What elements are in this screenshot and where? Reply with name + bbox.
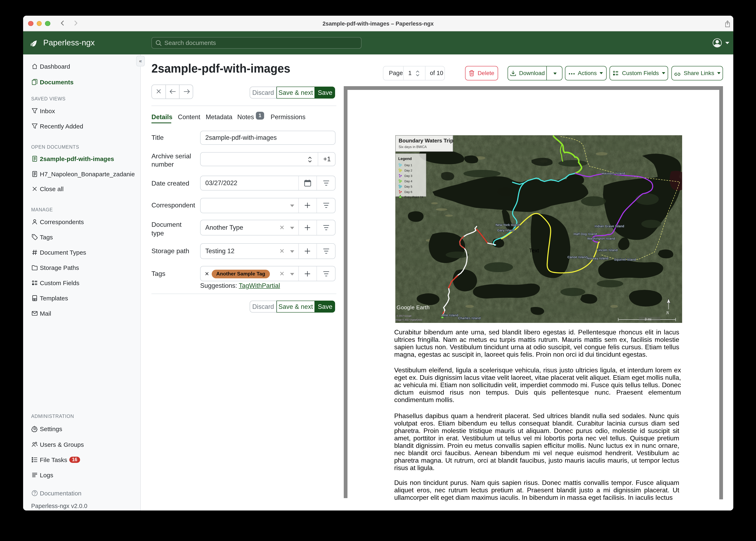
svg-text:Half Dog Island: Half Dog Island <box>573 232 597 236</box>
svg-text:Day 1: Day 1 <box>404 163 412 167</box>
svg-text:Day 2: Day 2 <box>404 169 412 172</box>
svg-text:© 2017 Google: © 2017 Google <box>396 314 411 317</box>
svg-text:Squirrel Island: Squirrel Island <box>614 258 636 261</box>
svg-text:Norway Island: Norway Island <box>587 256 608 260</box>
svg-text:Canoe Island: Canoe Island <box>567 255 587 259</box>
svg-text:Charlies Island: Charlies Island <box>458 316 480 319</box>
svg-text:Google Earth: Google Earth <box>396 304 429 310</box>
svg-text:Day 6: Day 6 <box>404 190 412 194</box>
svg-text:Day 4: Day 4 <box>404 179 412 183</box>
svg-text:Text: Text <box>529 247 539 254</box>
svg-text:N: N <box>666 310 669 315</box>
svg-text:Legend: Legend <box>398 156 411 161</box>
svg-text:Boundary Waters Trip: Boundary Waters Trip <box>398 138 453 143</box>
svg-text:New York Island: New York Island <box>495 223 520 227</box>
svg-text:3 mi: 3 mi <box>644 317 651 321</box>
svg-text:Day 5: Day 5 <box>404 185 412 188</box>
svg-text:Six days in BWCA: Six days in BWCA <box>398 145 427 149</box>
svg-text:Hausons Island: Hausons Island <box>601 171 625 175</box>
svg-text:Mile Island: Mile Island <box>442 313 458 317</box>
svg-text:Day 3: Day 3 <box>404 174 412 177</box>
svg-text:Washington Island: Washington Island <box>587 237 615 240</box>
svg-text:Indian Grave Island: Indian Grave Island <box>594 224 624 228</box>
svg-text:Entry Point 24: Entry Point 24 <box>404 195 423 199</box>
svg-text:Gary Island: Gary Island <box>497 228 514 232</box>
svg-text:Image © 2017 DigitalGlobe: Image © 2017 DigitalGlobe <box>395 318 422 321</box>
svg-text:Lincoln Island: Lincoln Island <box>597 248 617 252</box>
